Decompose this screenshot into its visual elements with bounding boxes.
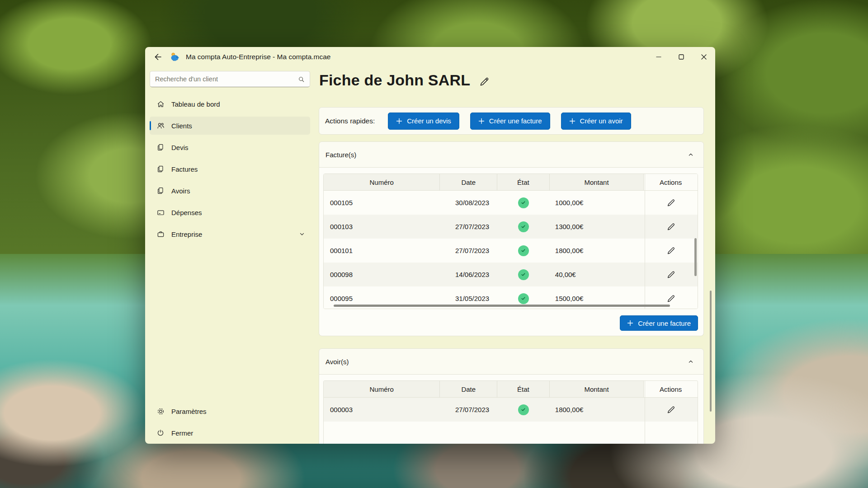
main-content: Fiche de John SARL Actions rapides: Crée… bbox=[319, 67, 715, 444]
table-row[interactable]: 000103 27/07/2023 1300,00€ bbox=[324, 215, 698, 239]
cell-etat bbox=[497, 215, 550, 239]
credits-expander-header[interactable]: Avoir(s) bbox=[319, 348, 704, 375]
chevron-up-icon bbox=[687, 358, 694, 365]
column-header-date: Date bbox=[440, 174, 497, 190]
column-header-montant: Montant bbox=[550, 174, 644, 190]
status-paid-icon bbox=[518, 245, 529, 256]
edit-row-button[interactable] bbox=[666, 222, 676, 232]
cell-date: 27/07/2023 bbox=[440, 398, 497, 422]
table-row[interactable]: 000101 27/07/2023 1800,00€ bbox=[324, 239, 698, 263]
create-facture-button[interactable]: Créer une facture bbox=[470, 113, 550, 130]
window-title: Ma compta Auto-Entreprise - Ma compta.mc… bbox=[186, 53, 330, 61]
window-controls bbox=[647, 47, 715, 67]
credits-expander-body: Numéro Date État Montant Actions 000003 … bbox=[319, 375, 704, 444]
column-header-actions: Actions bbox=[644, 174, 698, 190]
page-title: Fiche de John SARL bbox=[319, 71, 470, 89]
table-horizontal-scrollbar[interactable] bbox=[334, 305, 670, 307]
people-icon bbox=[156, 122, 165, 130]
button-label: Créer une facture bbox=[489, 117, 542, 125]
sidebar-item-factures[interactable]: Factures bbox=[150, 160, 310, 178]
table-row[interactable]: 000098 14/06/2023 40,00€ bbox=[324, 263, 698, 286]
invoices-table: Numéro Date État Montant Actions 000105 … bbox=[323, 174, 698, 309]
close-button[interactable] bbox=[693, 47, 715, 67]
sidebar-item-tableau-de-bord[interactable]: Tableau de bord bbox=[150, 95, 310, 113]
column-header-etat: État bbox=[497, 381, 550, 397]
titlebar: Ma compta Auto-Entreprise - Ma compta.mc… bbox=[145, 47, 715, 67]
edit-client-name-button[interactable] bbox=[478, 76, 490, 88]
sidebar-item-label: Factures bbox=[171, 165, 198, 173]
cell-actions bbox=[644, 215, 698, 239]
button-label: Créer une facture bbox=[638, 319, 691, 327]
cell-actions bbox=[644, 239, 698, 263]
edit-row-button[interactable] bbox=[666, 198, 676, 208]
invoices-expander-header[interactable]: Facture(s) bbox=[319, 141, 704, 168]
search-icon bbox=[297, 75, 305, 83]
table-vertical-scrollbar[interactable] bbox=[694, 238, 697, 276]
client-search bbox=[150, 71, 310, 87]
button-label: Créer un avoir bbox=[580, 117, 623, 125]
create-devis-button[interactable]: Créer un devis bbox=[388, 113, 459, 130]
status-paid-icon bbox=[518, 293, 529, 304]
cell-numero: 000003 bbox=[324, 398, 440, 422]
sidebar-item-label: Avoirs bbox=[171, 187, 190, 195]
pencil-icon bbox=[478, 76, 490, 88]
create-facture-bottom-button[interactable]: Créer une facture bbox=[620, 315, 698, 331]
sidebar-item-label: Tableau de bord bbox=[171, 100, 220, 108]
sidebar-item-label: Clients bbox=[171, 122, 192, 130]
maximize-button[interactable] bbox=[670, 47, 693, 67]
plus-icon bbox=[569, 118, 576, 124]
sidebar-footer: Paramètres Fermer bbox=[150, 402, 310, 442]
column-header-date: Date bbox=[440, 381, 497, 397]
minimize-button[interactable] bbox=[647, 47, 670, 67]
sidebar-item-devis[interactable]: Devis bbox=[150, 138, 310, 156]
sidebar-item-fermer[interactable]: Fermer bbox=[150, 424, 310, 442]
cell-numero: 000098 bbox=[324, 263, 440, 286]
sidebar-item-entreprise[interactable]: Entreprise bbox=[150, 225, 310, 243]
actions-column-divider bbox=[645, 174, 645, 309]
column-header-numero: Numéro bbox=[324, 381, 440, 397]
pencil-icon bbox=[666, 294, 676, 304]
edit-row-button[interactable] bbox=[666, 270, 676, 280]
create-avoir-button[interactable]: Créer un avoir bbox=[561, 113, 631, 130]
documents-icon bbox=[156, 143, 165, 151]
column-header-etat: État bbox=[497, 174, 550, 190]
edit-row-button[interactable] bbox=[666, 246, 676, 256]
pencil-icon bbox=[666, 405, 676, 415]
gear-icon bbox=[156, 407, 165, 416]
table-row[interactable]: 000003 27/07/2023 1800,00€ bbox=[324, 398, 698, 422]
pencil-icon bbox=[666, 222, 676, 232]
sidebar-item-parametres[interactable]: Paramètres bbox=[150, 402, 310, 420]
sidebar-item-avoirs[interactable]: Avoirs bbox=[150, 182, 310, 200]
plus-icon bbox=[396, 118, 402, 124]
quick-actions-bar: Actions rapides: Créer un devis Créer un… bbox=[319, 107, 704, 135]
cell-etat bbox=[497, 239, 550, 263]
cell-numero: 000105 bbox=[324, 191, 440, 215]
table-row[interactable]: 000105 30/08/2023 1000,00€ bbox=[324, 191, 698, 215]
back-button[interactable] bbox=[151, 50, 165, 64]
cell-date: 30/08/2023 bbox=[440, 191, 497, 215]
cell-montant: 40,00€ bbox=[550, 263, 644, 286]
sidebar-item-label: Fermer bbox=[171, 429, 193, 437]
sidebar-item-depenses[interactable]: Dépenses bbox=[150, 203, 310, 221]
cell-actions bbox=[644, 263, 698, 286]
search-input[interactable] bbox=[150, 75, 297, 83]
sidebar-item-clients[interactable]: Clients bbox=[150, 117, 310, 135]
invoices-expander-body: Numéro Date État Montant Actions 000105 … bbox=[319, 168, 704, 336]
app-icon bbox=[170, 52, 179, 62]
cell-montant: 1800,00€ bbox=[550, 239, 644, 263]
home-icon bbox=[156, 100, 165, 108]
status-paid-icon bbox=[518, 404, 529, 415]
cell-numero: 000103 bbox=[324, 215, 440, 239]
edit-row-button[interactable] bbox=[666, 294, 676, 304]
sidebar-item-label: Dépenses bbox=[171, 209, 202, 216]
main-vertical-scrollbar[interactable] bbox=[710, 291, 712, 412]
cell-etat bbox=[497, 398, 550, 422]
edit-row-button[interactable] bbox=[666, 405, 676, 415]
pencil-icon bbox=[666, 198, 676, 208]
button-label: Créer un devis bbox=[407, 117, 451, 125]
cell-date: 27/07/2023 bbox=[440, 239, 497, 263]
plus-icon bbox=[478, 118, 485, 124]
chevron-up-icon bbox=[687, 151, 694, 158]
column-header-montant: Montant bbox=[550, 381, 644, 397]
credits-table: Numéro Date État Montant Actions 000003 … bbox=[323, 380, 698, 444]
